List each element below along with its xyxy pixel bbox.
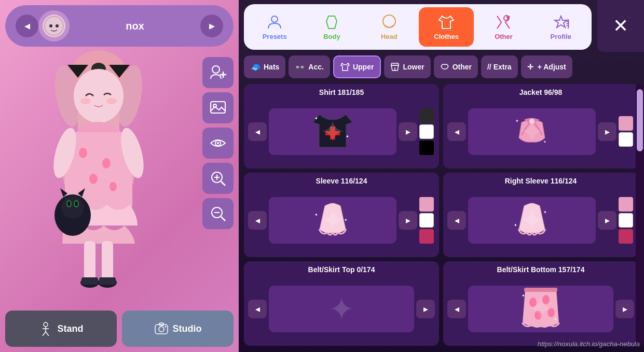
svg-point-0: [45, 17, 63, 35]
shirt-slot: Shirt 181/185 ◂ ✦ ✦ ▸: [244, 84, 439, 168]
scrollbar[interactable]: [636, 84, 644, 346]
svg-text:✦: ✦: [346, 134, 349, 139]
tab-profile[interactable]: Profile: [533, 7, 588, 47]
jacket-prev[interactable]: ◂: [447, 122, 466, 141]
shirt-title: Shirt 181/185: [248, 88, 435, 96]
svg-point-80: [529, 298, 537, 307]
zoom-in-button[interactable]: [202, 163, 234, 194]
prev-character-button[interactable]: ◂: [16, 15, 38, 37]
top-tabs: Presets Body Head Clothes: [244, 4, 592, 50]
jacket-swatches: [619, 116, 634, 147]
belt-skirt-bottom-prev[interactable]: ◂: [447, 300, 466, 318]
sub-tab-extra[interactable]: // Extra: [481, 55, 518, 78]
sleeve-swatch-2[interactable]: [419, 229, 434, 244]
watermark: https://noxula.itch.io/gacha-nebula: [538, 340, 640, 348]
svg-point-24: [74, 69, 124, 123]
sub-tab-upper[interactable]: Upper: [333, 55, 381, 78]
belt-skirt-top-prev[interactable]: ◂: [248, 300, 267, 318]
svg-text:✦: ✦: [522, 293, 525, 298]
sleeve-swatches: [419, 197, 435, 244]
sleeve-slot: Sleeve 116/124 ◂ ✦ ✦ ▸: [244, 173, 439, 257]
stand-label: Stand: [57, 323, 83, 334]
next-character-button[interactable]: ▸: [200, 15, 223, 37]
svg-rect-44: [84, 241, 95, 283]
add-user-button[interactable]: [202, 57, 234, 88]
right-sleeve-swatch-1[interactable]: [619, 213, 633, 228]
eye-button[interactable]: [202, 128, 234, 159]
sub-tab-other[interactable]: Other: [434, 55, 478, 78]
sub-tab-hats[interactable]: 🧢 Hats: [244, 55, 285, 78]
right-sleeve-prev[interactable]: ◂: [447, 211, 466, 230]
svg-text:✦: ✦: [344, 218, 348, 222]
sleeve-swatch-1[interactable]: [419, 213, 434, 228]
sub-tab-lower-label: Lower: [403, 63, 424, 71]
svg-point-9: [217, 142, 219, 144]
svg-text:✦: ✦: [543, 140, 546, 144]
studio-button[interactable]: Studio: [122, 311, 234, 347]
avatar-face: [43, 15, 65, 37]
sub-tab-hats-label: Hats: [264, 63, 279, 71]
tab-body-label: Body: [323, 33, 340, 40]
stand-button[interactable]: Stand: [5, 311, 117, 347]
sub-tab-acc[interactable]: 👓 Acc.: [289, 55, 330, 78]
sleeve-prev[interactable]: ◂: [248, 211, 267, 230]
jacket-item-icon: ✦ ✦: [511, 112, 553, 151]
svg-line-15: [221, 217, 225, 221]
belt-skirt-top-slot: Belt/Skirt Top 0/174 ◂ ▸: [244, 261, 439, 346]
shirt-swatch-2[interactable]: [419, 140, 434, 155]
belt-skirt-bottom-next[interactable]: ▸: [615, 300, 634, 318]
sleeve-item[interactable]: ✦ ✦: [269, 197, 396, 244]
jacket-next[interactable]: ▸: [598, 122, 616, 141]
tab-other[interactable]: Other: [476, 7, 531, 47]
tab-presets[interactable]: Presets: [247, 7, 302, 47]
sub-tab-lower[interactable]: Lower: [384, 55, 430, 78]
belt-skirt-bottom-item[interactable]: ✦ ✦: [468, 286, 613, 332]
svg-rect-70: [325, 131, 340, 135]
upper-icon: [340, 62, 350, 72]
tab-other-label: Other: [495, 33, 513, 40]
close-button[interactable]: ✕: [597, 0, 644, 52]
scrollbar-thumb[interactable]: [637, 89, 643, 151]
svg-point-37: [61, 196, 84, 219]
right-sleeve-swatch-0[interactable]: [619, 197, 633, 212]
shirt-item[interactable]: ✦ ✦: [269, 108, 396, 155]
shirt-prev[interactable]: ◂: [248, 122, 267, 141]
belt-skirt-top-next[interactable]: ▸: [416, 300, 435, 318]
shirt-swatch-0[interactable]: [419, 108, 434, 123]
right-sleeve-swatch-2[interactable]: [619, 229, 633, 244]
svg-text:✦: ✦: [314, 116, 318, 121]
belt-skirt-bottom-icon: ✦ ✦: [520, 287, 561, 331]
sleeve-swatch-0[interactable]: [419, 197, 434, 212]
svg-marker-63: [555, 16, 567, 27]
image-button[interactable]: [202, 92, 234, 123]
sub-tab-extra-label: // Extra: [487, 63, 512, 71]
other-icon: [440, 62, 449, 72]
svg-line-54: [46, 332, 49, 336]
shirt-next[interactable]: ▸: [399, 122, 417, 141]
right-sleeve-next[interactable]: ▸: [598, 211, 616, 230]
svg-text:✦: ✦: [514, 223, 517, 228]
char-bar: ◂ nox ▸: [5, 5, 234, 47]
character-name: nox: [126, 20, 144, 32]
right-sleeve-title: Right Sleeve 116/124: [447, 177, 634, 185]
jacket-swatch-0[interactable]: [619, 116, 633, 131]
tab-clothes[interactable]: Clothes: [419, 7, 474, 47]
shirt-swatch-1[interactable]: [419, 124, 434, 139]
sub-tab-adjust[interactable]: ✛ + Adjust: [521, 55, 572, 78]
belt-skirt-top-title: Belt/Skirt Top 0/174: [248, 265, 435, 274]
tab-head[interactable]: Head: [362, 7, 417, 47]
belt-skirt-top-item[interactable]: [269, 286, 414, 332]
right-sleeve-item-icon: ✦ ✦: [511, 201, 553, 240]
right-sleeve-item[interactable]: ✦ ✦: [468, 197, 596, 244]
svg-point-33: [109, 182, 117, 191]
tab-body[interactable]: Body: [304, 7, 359, 47]
jacket-swatch-1[interactable]: [619, 132, 633, 147]
svg-point-32: [89, 174, 98, 184]
lower-icon: [390, 62, 400, 72]
jacket-slot: Jacket 96/98 ◂ ✦ ✦: [443, 84, 638, 168]
svg-point-83: [547, 308, 555, 317]
jacket-item[interactable]: ✦ ✦: [468, 108, 596, 155]
svg-point-73: [529, 119, 535, 124]
zoom-out-button[interactable]: [202, 198, 234, 229]
sleeve-next[interactable]: ▸: [399, 211, 417, 230]
